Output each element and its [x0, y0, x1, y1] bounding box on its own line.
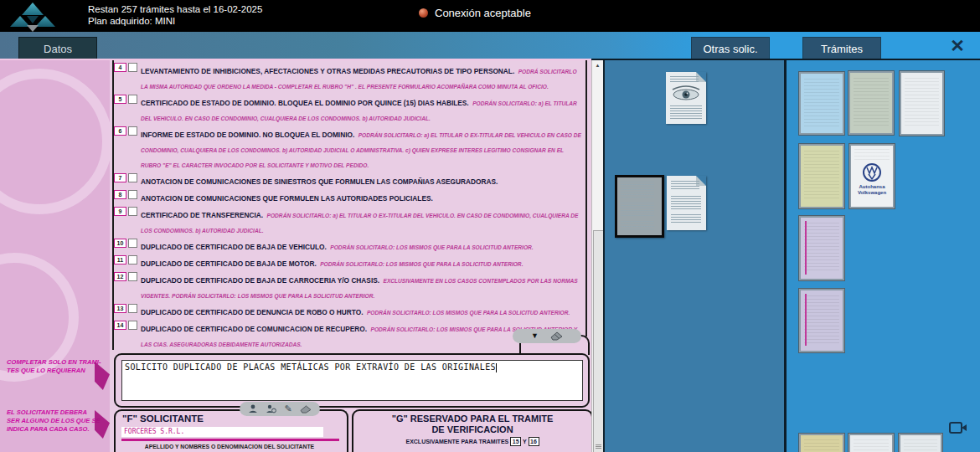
item-number: 11	[114, 255, 126, 265]
item-checkbox[interactable]	[128, 304, 137, 313]
plan-info: Restan 257 trámites hasta el 16-02-2025 …	[88, 3, 262, 27]
item-number: 12	[114, 272, 126, 281]
item-checkbox[interactable]	[128, 239, 137, 248]
form-thumbnail[interactable]	[848, 434, 894, 452]
tab-tramites[interactable]: Trámites	[802, 37, 881, 59]
top-header-bar: Restan 257 trámites hasta el 16-02-2025 …	[0, 0, 980, 32]
item-number: 8	[114, 190, 126, 199]
form-thumbnail-volkswagen[interactable]: Autohansa Volkswagen	[849, 144, 895, 208]
rubro-e-textarea[interactable]: SOLICITO DUPLICADO DE PLACAS METÁLICAS P…	[121, 360, 583, 401]
form-thumbnail[interactable]	[900, 71, 944, 136]
item-checkbox[interactable]	[128, 173, 137, 182]
form-thumbnail[interactable]	[799, 289, 844, 352]
item-title: CERTIFICADO DE TRANSFERENCIA.	[141, 211, 263, 219]
app-window: Restan 257 trámites hasta el 16-02-2025 …	[0, 0, 980, 452]
contact-person-icon[interactable]	[248, 404, 258, 413]
item-subtitle: PODRÁN SOLICITARLO: LOS MISMOS QUE PARA …	[320, 261, 523, 267]
tramites-panel: Autohansa Volkswagen	[787, 60, 980, 452]
form-border	[585, 60, 587, 336]
connection-status: Conexión aceptable	[419, 7, 531, 19]
document-thumbnail[interactable]	[667, 176, 706, 230]
video-camera-icon[interactable]	[949, 421, 967, 434]
dropdown-arrow-icon[interactable]: ▼	[531, 332, 539, 340]
tramite-item: 10 DUPLICADO DE CERTIFICADO DE BAJA DE V…	[114, 238, 585, 253]
item-title: DUPLICADO DE CERTIFICADO DE BAJA DE MOTO…	[141, 259, 317, 268]
tramite-item: 11 DUPLICADO DE CERTIFICADO DE BAJA DE M…	[114, 254, 585, 270]
item-number: 7	[114, 173, 126, 182]
item-number: 6	[114, 126, 126, 136]
form-thumbnail[interactable]	[848, 71, 894, 135]
item-checkbox[interactable]	[128, 255, 137, 265]
divider	[121, 439, 339, 441]
form-thumbnail[interactable]	[899, 434, 942, 452]
contact-history-icon[interactable]	[266, 404, 276, 413]
item-number: 13	[114, 304, 126, 313]
eraser-icon[interactable]	[550, 331, 563, 341]
item-checkbox[interactable]	[128, 95, 137, 104]
document-thumbnail-selected[interactable]	[615, 175, 664, 238]
item-checkbox[interactable]	[128, 126, 137, 136]
remaining-tramites-text: Restan 257 trámites hasta el 16-02-2025	[88, 3, 262, 15]
item-title: DUPLICADO DE CERTIFICADO DE COMUNICACION…	[141, 325, 367, 333]
eraser-icon[interactable]	[300, 405, 312, 413]
form-thumbnail[interactable]	[799, 72, 844, 135]
item-title: DUPLICADO DE CERTIFICADO DE DENUNCIA DE …	[141, 308, 364, 316]
watermark	[0, 69, 110, 214]
item-checkbox[interactable]	[128, 321, 137, 330]
form-thumbnail[interactable]	[799, 144, 844, 208]
form-thumbnail[interactable]	[799, 434, 844, 452]
tramite-list: 4 LEVANTAMIENTO DE INHIBICIONES, AFECTAC…	[114, 62, 585, 350]
item-title: DUPLICADO DE CERTIFICADO DE BAJA DE VEHI…	[141, 243, 327, 251]
tramite-item: 8 ANOTACION DE COMUNICACIONES QUE FORMUL…	[114, 189, 585, 204]
item-checkbox[interactable]	[128, 63, 137, 72]
pencil-icon[interactable]: ✎	[284, 404, 291, 413]
item-title: ANOTACION DE COMUNICACIONES DE SINIESTRO…	[141, 177, 498, 186]
form-thumbnail[interactable]	[799, 216, 844, 280]
item-checkbox[interactable]	[128, 207, 137, 216]
tab-otras-solic[interactable]: Otras solic.	[691, 37, 770, 59]
item-checkbox[interactable]	[128, 272, 137, 281]
item-title: INFORME DE ESTADO DE DOMINIO. NO BLOQUEA…	[141, 131, 354, 139]
tramite-item: 5 CERTIFICADO DE ESTADO DE DOMINIO. BLOQ…	[114, 94, 585, 124]
solicitante-input[interactable]: FORCERES S.R.L.	[121, 427, 323, 437]
eye-image	[669, 85, 703, 102]
tramite-item: 7 ANOTACION DE COMUNICACIONES DE SINIEST…	[114, 172, 585, 187]
item-number: 5	[114, 95, 126, 104]
rubro-g-box: "G" RESERVADO PARA EL TRAMITE DE VERIFIC…	[352, 409, 591, 452]
item-number: 4	[114, 63, 126, 72]
item-number: 14	[114, 321, 126, 330]
rubro-e-toolbar: ▼	[513, 329, 581, 343]
app-logo-icon	[8, 1, 57, 31]
tramite-16-box: 16	[529, 437, 539, 446]
text-caret	[496, 363, 497, 372]
connection-label: Conexión aceptable	[435, 7, 531, 19]
item-title: LEVANTAMIENTO DE INHIBICIONES, AFECTACIO…	[141, 67, 514, 75]
connection-dot-icon	[419, 8, 428, 18]
form-left-margin: COMPLETAR SOLO EN TRAMI- TES QUE LO REQU…	[0, 60, 110, 452]
tab-bar: Datos Otras solic. Trámites ✕	[0, 32, 980, 59]
form-scrollbar[interactable]: ▲	[591, 60, 603, 452]
item-title: ANOTACION DE COMUNICACIONES QUE FORMULEN…	[141, 194, 433, 203]
rubro-f-caption: APELLIDO Y NOMBRES O DENOMINACION DEL SO…	[116, 444, 343, 449]
rubro-g-note: EXCLUSIVAMENTE PARA TRAMITES 15 Y 16	[353, 437, 591, 446]
item-checkbox[interactable]	[128, 190, 137, 199]
tramite-item: 9 CERTIFICADO DE TRANSFERENCIA. PODRÁN S…	[114, 206, 585, 236]
rubro-g-title: "G" RESERVADO PARA EL TRAMITE	[353, 413, 591, 424]
item-subtitle: PODRÁN SOLICITARLO: LOS MISMOS QUE PARA …	[330, 244, 533, 250]
rubro-g-title2: DE VERIFICACION	[353, 424, 591, 435]
otras-solicitudes-panel	[605, 60, 784, 452]
scroll-up-icon[interactable]: ▲	[592, 60, 603, 70]
plan-text: Plan adquirido: MINI	[88, 15, 262, 27]
item-number: 9	[114, 207, 126, 216]
item-subtitle: PODRÁN SOLICITARLO: LOS MISMOS QUE PARA …	[367, 310, 570, 316]
document-thumbnail-eye[interactable]	[666, 72, 706, 124]
item-title: DUPLICADO DE CERTIFICADO DE BAJA DE CARR…	[141, 276, 379, 285]
tab-datos[interactable]: Datos	[18, 37, 97, 59]
tramite-item: 13 DUPLICADO DE CERTIFICADO DE DENUNCIA …	[114, 303, 585, 318]
solicitante-toolbar: ✎	[240, 402, 320, 416]
form-08-panel: 4 LEVANTAMIENTO DE INHIBICIONES, AFECTAC…	[110, 60, 591, 452]
rubro-e-box: SOLICITO DUPLICADO DE PLACAS METÁLICAS P…	[114, 353, 590, 408]
vw-dealer-label: Autohansa	[851, 184, 893, 190]
vw-brand-label: Volkswagen	[851, 190, 893, 196]
close-icon[interactable]: ✕	[945, 36, 970, 56]
